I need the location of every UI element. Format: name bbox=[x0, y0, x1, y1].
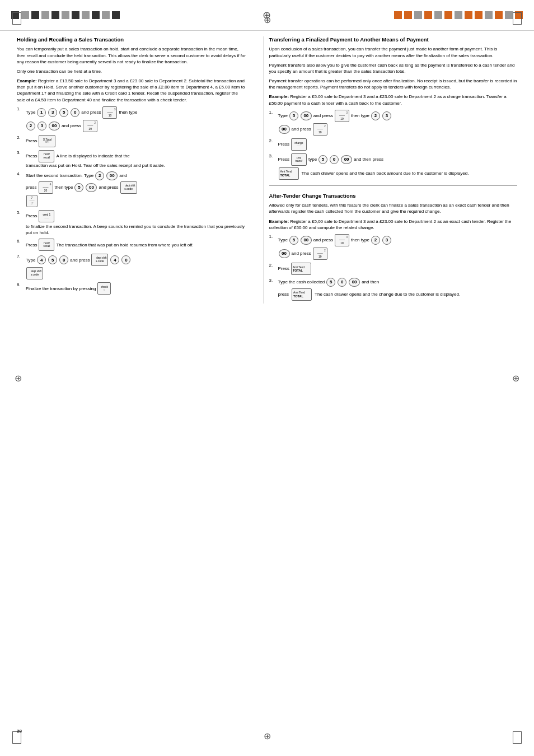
right-step-2-num: 2. bbox=[269, 138, 278, 151]
key-dept-shift-7: dept shift s.code bbox=[91, 254, 108, 266]
step-8-num: 8. bbox=[17, 282, 26, 295]
after-tender-title: After-Tender Change Transactions bbox=[269, 193, 517, 199]
key-2b: 2 bbox=[95, 171, 104, 180]
right-example-label: Example: bbox=[269, 94, 289, 99]
at-key-5b: 5 bbox=[326, 278, 335, 287]
at-s3-text1: Type the cash collected bbox=[278, 279, 325, 285]
step-2: 2. Press S.Total VAT bbox=[17, 135, 246, 147]
step-4-text2: and bbox=[119, 172, 127, 179]
at-s1-text1: Type bbox=[278, 237, 288, 242]
right-step-3-num: 3. bbox=[269, 153, 278, 180]
bar-block-light bbox=[455, 11, 462, 19]
key-check: check 0 bbox=[97, 282, 111, 295]
key-1: 1 bbox=[37, 108, 46, 117]
step-1-text2: and press bbox=[81, 110, 101, 115]
at-key-receipt-1: 3 ——19 bbox=[335, 234, 349, 246]
step-6-text1: Press bbox=[26, 242, 37, 248]
step-1-text1: Type bbox=[26, 110, 35, 115]
key-5: 5 bbox=[59, 108, 68, 117]
r-step-1-text4: and press bbox=[292, 127, 311, 132]
step-1-text4: and press bbox=[62, 123, 81, 128]
bar-block bbox=[31, 11, 39, 19]
r-step-1-text1: Type bbox=[278, 113, 288, 118]
right-title-text: Transferring a Finalized Payment to Anot… bbox=[269, 36, 429, 43]
at-s1-text4: and press bbox=[292, 251, 311, 256]
r-key-3: 3 bbox=[382, 111, 391, 120]
right-step-3: 3. Press pay transf type 5 0 00 and then… bbox=[269, 153, 517, 180]
key-00b: 00 bbox=[106, 171, 118, 180]
step-4-text5: and press bbox=[99, 184, 118, 190]
right-step-1: 1. Type 5 00 and press 3 ——19 then type … bbox=[269, 110, 517, 136]
step-3-text1: Press bbox=[26, 153, 37, 159]
r-key-2: 2 bbox=[371, 111, 380, 120]
at-step-1-content: Type 5 00 and press 3 ——19 then type 2 3 bbox=[278, 234, 392, 260]
r-step-3-text1: Press bbox=[278, 156, 289, 162]
key-4a-7: 4 bbox=[110, 255, 119, 264]
step-6-num: 6. bbox=[17, 239, 26, 251]
step-3-text2: A line is displayed to indicate that the bbox=[56, 153, 129, 159]
step-4-text4: then type bbox=[55, 184, 73, 190]
at-key-00b: 00 bbox=[279, 249, 290, 258]
at-s2-text: Press bbox=[278, 266, 289, 271]
r-step-3-text3: and then press bbox=[354, 156, 383, 162]
key-dept-shift-4: dept shift s.code bbox=[120, 181, 137, 194]
key-hold-recall-6: hold/ recall bbox=[39, 239, 54, 251]
r-key-00a: 00 bbox=[301, 111, 312, 120]
at-key-00c: 00 bbox=[349, 278, 360, 287]
step-8: 8. Finalize the transaction by pressing … bbox=[17, 282, 246, 295]
bar-block-light bbox=[505, 11, 513, 19]
step-3-content: Press hold/ recall A line is displayed t… bbox=[26, 150, 165, 169]
step-4-text1: Start the second transaction. Type bbox=[26, 172, 93, 179]
key-receipt-4: 4 ——20 bbox=[39, 181, 53, 194]
at-step-3: 3. Type the cash collected 5 0 00 and th… bbox=[269, 278, 517, 301]
r-step-1-text2: and press bbox=[313, 113, 333, 118]
right-section-title: Transferring a Finalized Payment to Anot… bbox=[269, 36, 517, 43]
at-example-label: Example: bbox=[269, 219, 289, 224]
step-4-content: Start the second transaction. Type 2 00 … bbox=[26, 171, 138, 207]
bar-block bbox=[112, 11, 120, 19]
right-column: Transferring a Finalized Payment to Anot… bbox=[263, 36, 517, 304]
bar-block bbox=[72, 11, 79, 19]
step-6: 6. Press hold/ recall The transaction th… bbox=[17, 239, 246, 251]
step-4-num: 4. bbox=[17, 171, 26, 207]
key-3: 3 bbox=[48, 108, 57, 117]
left-column: Holding and Recalling a Sales Transactio… bbox=[17, 36, 252, 304]
step-1-text3: then type bbox=[119, 110, 137, 115]
key-receipt-1: 3 ——10 bbox=[102, 106, 117, 119]
at-s3-text3: press bbox=[278, 291, 289, 297]
right-example-content: Register a £5.00 sale to Department 3 an… bbox=[269, 94, 507, 105]
key-stotal-vat: S.Total VAT bbox=[39, 135, 55, 147]
bar-block bbox=[62, 11, 69, 19]
at-key-2: 2 bbox=[371, 236, 380, 245]
step-5-num: 5. bbox=[17, 210, 26, 236]
at-key-3: 3 bbox=[382, 236, 391, 245]
bar-block-orange bbox=[404, 11, 412, 19]
after-tender-steps: 1. Type 5 00 and press 3 ——19 then type bbox=[269, 234, 517, 301]
after-tender-intro: Allowed only for cash tenders, with this… bbox=[269, 202, 517, 214]
step-2-content: Press S.Total VAT bbox=[26, 135, 56, 147]
r-key-0c: 0 bbox=[330, 155, 339, 164]
step-3: 3. Press hold/ recall A line is displaye… bbox=[17, 150, 246, 169]
bar-block-orange bbox=[495, 11, 503, 19]
key-7-17: 7 ——17 bbox=[26, 195, 38, 207]
step-5-content: Press cred 1 —— to finalize the second t… bbox=[26, 210, 246, 236]
bar-block bbox=[51, 11, 59, 19]
right-step-2-content: Press charge —— bbox=[278, 138, 307, 151]
step-5-text2: to finalize the second transaction. A be… bbox=[26, 223, 246, 236]
steps-container: 1. Type 1 3 5 0 and press 3 ——10 then ty… bbox=[17, 106, 246, 295]
bar-block-orange bbox=[424, 11, 432, 19]
at-step-1-num: 1. bbox=[269, 234, 278, 260]
right-step-2: 2. Press charge —— bbox=[269, 138, 517, 151]
crosshair-right: ⊕ bbox=[512, 373, 519, 384]
bar-block-orange bbox=[444, 11, 452, 19]
corner-mark-br bbox=[513, 731, 522, 744]
at-step-2: 2. Press Amt Tend TOTAL bbox=[269, 263, 517, 275]
key-00c: 00 bbox=[86, 183, 97, 192]
step-7-content: Type 4 5 0 and press dept shift s.code 4… bbox=[26, 254, 131, 279]
key-0: 0 bbox=[71, 108, 79, 117]
key-0-7: 0 bbox=[59, 255, 68, 264]
bar-block bbox=[92, 11, 100, 19]
step-4-text3: press bbox=[26, 184, 37, 190]
at-key-5: 5 bbox=[289, 236, 298, 245]
step-4: 4. Start the second transaction. Type 2 … bbox=[17, 171, 246, 207]
